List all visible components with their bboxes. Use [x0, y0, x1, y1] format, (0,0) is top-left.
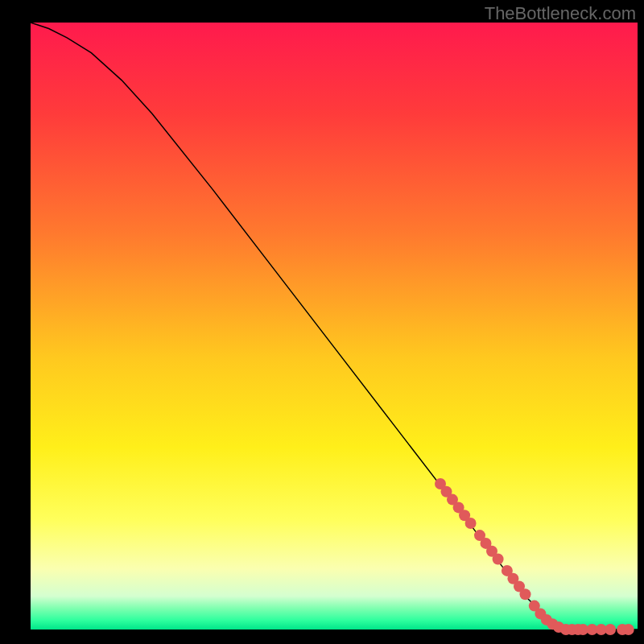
plot-background: [31, 23, 638, 630]
watermark-text: TheBottleneck.com: [485, 3, 636, 24]
data-marker: [465, 518, 477, 529]
chart-container: TheBottleneck.com: [0, 0, 644, 644]
chart-svg: [0, 0, 644, 644]
data-marker: [623, 624, 634, 635]
data-marker: [520, 588, 531, 600]
data-marker: [493, 554, 504, 565]
data-marker: [605, 624, 616, 635]
